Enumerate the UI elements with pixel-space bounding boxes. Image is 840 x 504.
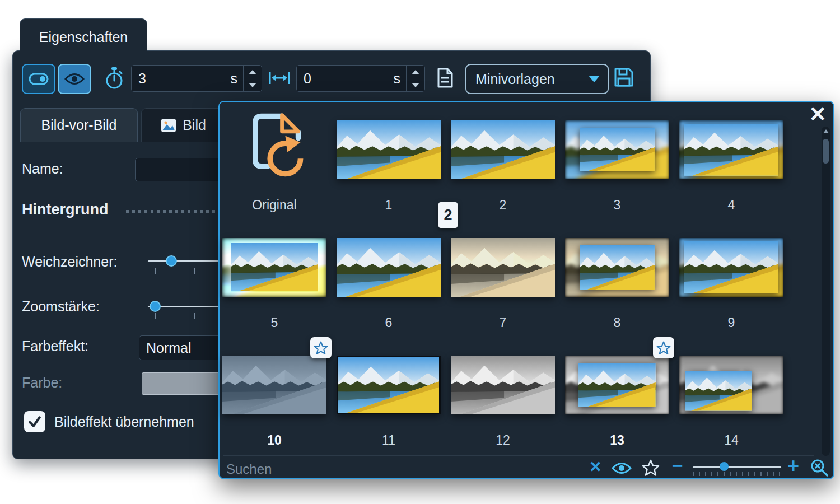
favorites-filter-button[interactable]	[642, 459, 660, 477]
color-effect-value: Normal	[146, 340, 192, 356]
template-item[interactable]: 6	[337, 238, 441, 356]
zoom-slider-handle[interactable]	[150, 301, 161, 312]
zoom-out-button[interactable]: −	[672, 455, 683, 477]
width-arrows-icon	[268, 70, 291, 86]
star-icon	[314, 340, 328, 355]
scroll-up-arrow-icon[interactable]	[823, 129, 829, 133]
toggle-enabled-button[interactable]	[22, 64, 55, 94]
duration-up-button[interactable]	[244, 66, 262, 78]
template-label: 11	[337, 432, 441, 449]
notes-page-icon[interactable]	[435, 67, 454, 89]
duration-input[interactable]	[132, 70, 231, 87]
color-effect-label: Farbeffekt:	[22, 338, 88, 354]
template-thumbnail[interactable]	[451, 238, 555, 297]
template-thumbnail[interactable]	[679, 120, 783, 179]
template-label: 14	[679, 432, 783, 449]
color-label: Farbe:	[22, 375, 62, 391]
landscape-image	[684, 241, 778, 293]
template-thumbnail[interactable]	[565, 120, 669, 179]
image-count-badge: 2	[438, 202, 458, 228]
template-label: 13	[565, 432, 669, 449]
duration-spinner[interactable]: s	[131, 65, 262, 92]
checkmark-icon	[27, 414, 42, 429]
template-thumbnail[interactable]	[222, 238, 326, 297]
template-item[interactable]: 3	[565, 120, 669, 238]
template-thumbnail[interactable]	[565, 238, 669, 297]
background-section-header: Hintergrund	[22, 201, 109, 218]
name-label: Name:	[22, 161, 63, 177]
landscape-image	[222, 356, 326, 414]
template-thumbnail[interactable]	[222, 120, 326, 179]
landscape-image	[684, 124, 778, 175]
landscape-image	[685, 371, 752, 410]
save-button[interactable]	[613, 67, 634, 88]
transition-input[interactable]	[297, 70, 394, 87]
template-thumbnail[interactable]	[679, 238, 783, 297]
template-label: Original	[222, 197, 326, 213]
properties-tab-label: Eigenschaften	[39, 29, 128, 45]
favorite-star-badge[interactable]	[310, 337, 332, 358]
template-thumbnail[interactable]	[337, 238, 441, 297]
template-thumbnail[interactable]: 2	[451, 120, 555, 179]
stopwatch-icon	[105, 67, 124, 89]
chevron-down-icon	[412, 83, 419, 87]
template-thumbnail[interactable]	[222, 356, 326, 414]
blur-slider-handle[interactable]	[166, 255, 177, 267]
tab-bild-vor-bild[interactable]: Bild-vor-Bild	[20, 108, 138, 142]
duration-down-button[interactable]	[244, 78, 262, 91]
transition-up-button[interactable]	[407, 66, 424, 78]
template-label: 12	[451, 432, 555, 449]
reset-zoom-button[interactable]	[810, 458, 829, 477]
zoom-strength-label: Zoomstärke:	[22, 298, 100, 315]
landscape-image	[580, 245, 655, 290]
transition-spinner[interactable]: s	[296, 65, 425, 92]
slider-tick	[194, 313, 195, 319]
templates-dropdown[interactable]: Minivorlagen	[465, 64, 609, 94]
landscape-image	[338, 357, 439, 413]
template-item[interactable]: 4	[679, 120, 783, 238]
template-item[interactable]: Original	[222, 120, 326, 238]
close-button[interactable]: ✕	[809, 102, 827, 127]
landscape-image	[580, 128, 655, 172]
tab-bild[interactable]: Bild	[141, 108, 225, 142]
tab-label: Bild	[183, 117, 206, 133]
template-item[interactable]: 22	[451, 120, 555, 238]
clear-search-button[interactable]: ✕	[589, 458, 602, 476]
color-swatch[interactable]	[142, 372, 221, 395]
transition-down-button[interactable]	[407, 78, 424, 91]
chevron-down-icon	[589, 76, 600, 82]
slider-tick	[155, 313, 156, 319]
visibility-button[interactable]	[58, 64, 91, 94]
star-icon	[656, 340, 671, 355]
chevron-up-icon	[412, 70, 419, 74]
properties-window-tab[interactable]: Eigenschaften	[20, 18, 147, 55]
search-input[interactable]	[225, 459, 580, 479]
template-label: 5	[222, 314, 326, 331]
template-item[interactable]: 9	[679, 238, 783, 356]
template-thumbnail[interactable]	[565, 356, 669, 414]
chevron-down-icon	[249, 83, 256, 87]
scrollbar[interactable]	[822, 127, 830, 456]
thumbnail-zoom-slider-handle[interactable]	[720, 462, 729, 471]
template-thumbnail[interactable]	[337, 120, 441, 179]
landscape-image	[337, 120, 441, 179]
template-item[interactable]: 7	[451, 238, 555, 356]
slider-tick	[194, 268, 195, 274]
bottom-bar-divider	[223, 455, 814, 456]
template-label: 10	[222, 432, 326, 449]
template-label: 1	[337, 197, 441, 213]
favorite-star-badge[interactable]	[653, 337, 674, 358]
template-thumbnail[interactable]	[679, 356, 783, 414]
template-item[interactable]: 1	[337, 120, 441, 238]
landscape-image	[451, 238, 555, 297]
preview-eye-button[interactable]	[612, 462, 632, 474]
thumbnail-zoom-slider-track[interactable]	[693, 466, 781, 468]
template-thumbnail[interactable]	[337, 356, 441, 414]
template-label: 8	[565, 314, 669, 331]
apply-effect-label: Bildeffekt übernehmen	[54, 414, 194, 430]
toggle-icon	[29, 73, 49, 85]
template-thumbnail[interactable]	[451, 356, 555, 414]
zoom-in-button[interactable]: +	[787, 454, 799, 478]
scrollbar-thumb[interactable]	[823, 139, 829, 164]
apply-effect-checkbox[interactable]	[24, 411, 45, 432]
